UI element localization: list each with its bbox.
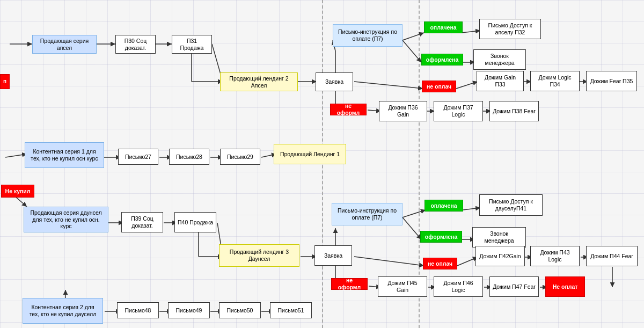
sell-lend2: Продающий лендинг 2 Апсел [220,72,298,91]
oplacena-2: оплачена [425,200,463,212]
pismo49: Письмо49 [168,302,210,318]
node-p30: П30 Соц доказат. [115,35,156,54]
pismo28: Письмо28 [169,149,209,165]
content-series1: Контентная серия 1 для тех, кто не купил… [25,142,104,168]
sell-lend3: Продающий лендинг 3 Даунсел [219,244,299,267]
dojim-p45: Дожим П45 Gain [378,276,427,297]
svg-line-13 [354,82,423,89]
oplacena-1: оплачена [424,21,463,33]
zvonok-manager-1: Звонок менеджера [473,49,526,70]
zayavka-1: Заявка [316,72,353,91]
pismo27: Письмо27 [118,149,158,165]
dojim-p44: Дожим П44 Fear [586,246,638,266]
node-p31: П31 Продажа [172,35,212,54]
pismo29: Письмо29 [220,149,260,165]
sell-lend1: Продающий Лендинг 1 [274,144,346,164]
ne-oform-2: не оформл [331,278,368,290]
ne-oplac-1: не оплач [422,81,456,92]
zayavka-2: Заявка [314,245,352,266]
ne-oplat-red: Не оплат [545,276,585,297]
sell-series-daunsel: Продающая серия даунсел для тех, кто не … [24,207,108,232]
zvonok-manager-2: Звонок менеджера [472,227,526,247]
pismo50: Письмо50 [219,302,261,318]
svg-line-34 [463,208,480,210]
dojim-p36: Дожим П36 Gain [379,101,427,121]
dojim-p37: Дожим П37 Logic [434,101,483,121]
node-p39: П39 Соц доказат. [121,212,163,232]
svg-line-10 [462,31,480,33]
letter-inst-p7: Письмо-инструкция по оплате (П7) [333,24,402,47]
svg-line-53 [5,154,27,157]
ne-oform-1: не оформл [330,104,367,115]
letter-inst2: Письмо-инструкция по оплате (П7) [332,203,402,225]
oformlena-1: оформлена [421,54,463,65]
pismo51: Письмо51 [270,302,312,318]
svg-line-38 [457,257,478,266]
svg-line-33 [402,210,426,217]
flowchart-canvas: Продающая серия апсел П30 Соц доказат. П… [0,0,644,328]
ne-kupil: Не купил [1,185,34,198]
dojim-p42: Дожим П42Gain [475,246,525,266]
dojim-p47: Дожим П47 Fear [489,276,539,297]
dojim-p46: Дожим П46 Logic [434,276,483,297]
pismo48: Письмо48 [117,302,159,318]
dojim-p38: Дожим П38 Fear [489,101,539,121]
left-p-label: п [0,74,10,89]
svg-line-37 [354,257,424,266]
content-series2: Контентная серия 2 для тех, кто не купил… [23,298,103,324]
svg-line-9 [402,33,424,40]
letter-dostup-p32: Письмо Доступ к апселу П32 [479,19,541,39]
dojim-fear-p35: Дожим Fear П35 [586,71,637,91]
sell-series-apsel: Продающая серия апсел [32,35,97,54]
svg-line-14 [456,82,478,89]
node-p40: П40 Продажа [174,212,216,232]
letter-dostup-p41: Письмо Доступ к дауселуП41 [479,194,543,216]
dojim-p43: Дожим П43 Logic [530,246,580,266]
dojim-gain-p33: Дожим Gain П33 [477,71,524,91]
dojim-logic-p34: Дожим Logic П34 [530,71,580,91]
ne-oplac-2: не оплач [423,258,457,269]
oformlena-2: оформлена [420,231,462,243]
